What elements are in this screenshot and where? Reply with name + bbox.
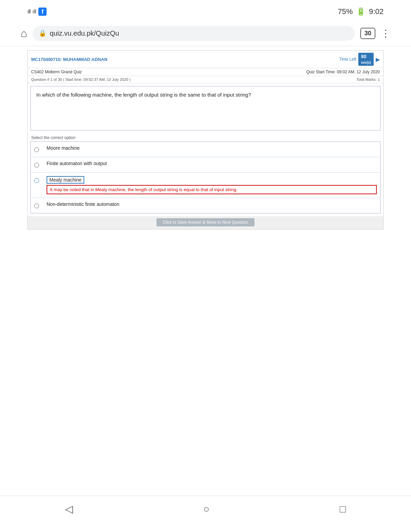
battery-icon: 🔋 [356, 7, 365, 16]
option-label-4: Non-deterministic finite automaton [47, 201, 119, 207]
home-icon[interactable]: ⌂ [21, 27, 27, 40]
radio-button-2[interactable] [34, 163, 39, 168]
radio-cell-4[interactable] [31, 198, 43, 213]
option-label-1: Moore machine [47, 145, 80, 151]
select-option-label: Select the correct option [28, 133, 383, 141]
home-button[interactable]: ○ [203, 503, 209, 515]
status-bar: ıll ıll f 75% 🔋 9:02 [0, 0, 411, 21]
timer-unit: sec(s) [361, 61, 371, 64]
option-content-1: Moore machine [43, 142, 380, 154]
option-row-4[interactable]: Non-deterministic finite automaton [31, 198, 380, 213]
student-name: MC170400710: MUHAMMAD ADNAN [31, 57, 108, 62]
battery-percent: 75% [338, 7, 353, 16]
tab-count-badge[interactable]: 30 [360, 28, 375, 39]
radio-button-1[interactable] [34, 147, 39, 152]
quiz-subheader: CS402 Midterm Grand Quiz Quiz Start Time… [28, 68, 383, 76]
answer-note-3: It may be noted that in Mealy machine, t… [47, 185, 377, 194]
radio-cell-1[interactable] [31, 142, 43, 157]
browser-menu-button[interactable]: ⋮ [381, 28, 390, 39]
recent-apps-button[interactable]: □ [340, 503, 346, 515]
back-button[interactable]: ◁ [65, 503, 73, 515]
address-bar[interactable]: 🔒 quiz.vu.edu.pk/QuizQu [33, 26, 355, 41]
quiz-start-time: Quiz Start Time: 09:02 AM, 12 July 2020 [306, 70, 380, 74]
status-right-section: 75% 🔋 9:02 [338, 7, 384, 16]
time-left-label: Time Left [339, 57, 357, 62]
facebook-icon: f [38, 8, 47, 16]
save-next-button[interactable]: Click to Save Answer & Move to Next Ques… [157, 218, 254, 226]
browser-bar: ⌂ 🔒 quiz.vu.edu.pk/QuizQu 30 ⋮ [0, 21, 411, 46]
quiz-header: MC170400710: MUHAMMAD ADNAN Time Left 90… [28, 51, 383, 68]
timer-section: Time Left 90 sec(s) ▶ [339, 53, 380, 66]
total-marks: Total Marks: 1 [357, 77, 380, 82]
radio-cell-2[interactable] [31, 157, 43, 172]
radio-button-4[interactable] [34, 203, 39, 208]
course-name: CS402 Midterm Grand Quiz [31, 70, 82, 74]
radio-cell-3[interactable] [31, 173, 43, 188]
url-text: quiz.vu.edu.pk/QuizQu [50, 29, 119, 37]
options-table: Moore machine Finite automaton with outp… [30, 141, 381, 213]
quiz-container: MC170400710: MUHAMMAD ADNAN Time Left 90… [27, 50, 384, 230]
save-bar: Click to Save Answer & Move to Next Ques… [28, 216, 383, 229]
option-content-3: Mealy machine It may be noted that in Me… [43, 173, 380, 198]
signal-indicators: ıll ıll f [27, 8, 47, 16]
bottom-navigation: ◁ ○ □ [0, 496, 411, 522]
option-content-2: Finite automaton with output [43, 157, 380, 170]
time-display: 9:02 [369, 7, 384, 16]
timer-arrow-icon: ▶ [376, 56, 380, 63]
option-row-3[interactable]: Mealy machine It may be noted that in Me… [31, 173, 380, 198]
timer-box: 90 sec(s) [358, 53, 374, 66]
timer-value: 90 [361, 54, 366, 59]
question-info: Question # 1 of 30 ( Start time: 09:02:3… [31, 77, 130, 82]
question-content: In which of the following machine, the l… [36, 92, 251, 98]
signal-icon-2: ıll [33, 9, 37, 15]
question-info-bar: Question # 1 of 30 ( Start time: 09:02:3… [28, 76, 383, 83]
question-text: In which of the following machine, the l… [30, 86, 381, 131]
option-row-1[interactable]: Moore machine [31, 142, 380, 157]
signal-icon-1: ıll [27, 9, 30, 15]
option-content-4: Non-deterministic finite automaton [43, 198, 380, 210]
option-row-2[interactable]: Finite automaton with output [31, 157, 380, 173]
lock-icon: 🔒 [39, 29, 46, 37]
radio-button-3[interactable] [34, 178, 39, 183]
option-label-3: Mealy machine [47, 176, 84, 184]
option-label-2: Finite automaton with output [47, 161, 107, 166]
